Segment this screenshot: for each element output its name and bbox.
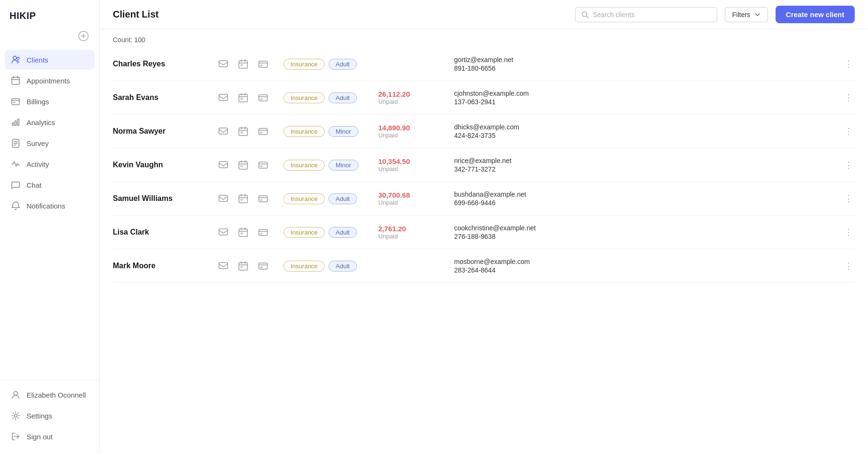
create-client-button[interactable]: Create new client <box>776 6 855 23</box>
calendar-button[interactable] <box>237 58 249 70</box>
calendar-button[interactable] <box>237 260 249 272</box>
table-row: Sarah Evans <box>113 81 855 115</box>
client-contact: gortiz@example.net 891-180-6656 <box>454 56 841 72</box>
sidebar-bottom: Elizabeth Oconnell Settings Sign out <box>0 380 99 454</box>
message-button[interactable] <box>217 226 229 238</box>
calendar-button[interactable] <box>237 226 249 238</box>
client-contact: cjohnston@example.com 137-063-2941 <box>454 90 841 106</box>
svg-rect-77 <box>260 233 262 234</box>
message-button[interactable] <box>217 58 229 70</box>
table-row: Kevin Vaughn <box>113 148 855 182</box>
search-input[interactable] <box>593 11 711 18</box>
client-name: Kevin Vaughn <box>113 161 217 169</box>
client-tags: InsuranceAdult <box>283 261 378 272</box>
billing-button[interactable] <box>257 125 269 137</box>
calendar-button[interactable] <box>237 125 249 137</box>
billing-button[interactable] <box>257 58 269 70</box>
svg-rect-42 <box>219 128 228 134</box>
client-action-icons <box>217 159 283 171</box>
message-button[interactable] <box>217 192 229 205</box>
client-menu: ⋮ <box>841 226 855 238</box>
sidebar-item-activity[interactable]: Activity <box>5 154 94 174</box>
calendar-button[interactable] <box>237 192 249 205</box>
svg-rect-84 <box>259 263 267 269</box>
client-action-icons <box>217 91 283 104</box>
page-title: Client List <box>113 9 159 20</box>
client-contact: mosborne@example.com 283-264-8644 <box>454 258 841 274</box>
svg-rect-75 <box>259 229 267 236</box>
svg-rect-51 <box>219 162 228 168</box>
amount-value: 10,354.50 <box>378 157 454 165</box>
contact-phone: 424-824-3735 <box>454 132 841 139</box>
more-options-button[interactable]: ⋮ <box>842 125 855 137</box>
message-button[interactable] <box>217 260 229 272</box>
sidebar-item-signout[interactable]: Sign out <box>5 427 94 446</box>
billing-button[interactable] <box>257 226 269 238</box>
svg-rect-65 <box>241 199 243 200</box>
calendar-button[interactable] <box>237 91 249 104</box>
sidebar-item-clients[interactable]: Clients <box>5 50 94 70</box>
more-options-button[interactable]: ⋮ <box>842 159 855 171</box>
sidebar-item-notifications[interactable]: Notifications <box>5 196 94 216</box>
tag-minor: Minor <box>329 126 358 137</box>
sidebar-item-user[interactable]: Elizabeth Oconnell <box>5 385 94 405</box>
svg-rect-59 <box>260 166 262 167</box>
more-options-button[interactable]: ⋮ <box>842 91 855 104</box>
client-contact: cookchristine@example.net 276-188-9638 <box>454 224 841 240</box>
client-action-icons <box>217 260 283 272</box>
billing-button[interactable] <box>257 192 269 205</box>
client-name: Lisa Clark <box>113 228 217 236</box>
sidebar-item-billings[interactable]: Billings <box>5 91 94 111</box>
sidebar-item-label: Analytics <box>27 118 55 127</box>
more-options-button[interactable]: ⋮ <box>842 192 855 205</box>
more-options-button[interactable]: ⋮ <box>842 58 855 70</box>
tag-insurance: Insurance <box>283 160 325 171</box>
svg-rect-83 <box>241 266 243 268</box>
billing-button[interactable] <box>257 159 269 171</box>
settings-icon <box>10 410 21 421</box>
client-count: Count: 100 <box>113 29 855 47</box>
sidebar-item-chat[interactable]: Chat <box>5 175 94 195</box>
sidebar-item-label: Activity <box>27 160 49 168</box>
contact-email: bushdana@example.net <box>454 191 841 198</box>
svg-rect-13 <box>15 121 17 126</box>
table-row: Norma Sawyer <box>113 115 855 148</box>
svg-rect-5 <box>12 77 19 84</box>
contact-phone: 699-668-9446 <box>454 199 841 207</box>
svg-point-19 <box>14 391 18 395</box>
svg-rect-61 <box>239 195 247 203</box>
tag-insurance: Insurance <box>283 227 325 238</box>
sidebar-item-appointments[interactable]: Appointments <box>5 71 94 91</box>
sidebar-user-label: Elizabeth Oconnell <box>27 391 86 399</box>
sidebar-item-label: Notifications <box>27 202 65 210</box>
app-logo: HIKIP <box>0 0 99 30</box>
svg-rect-25 <box>239 61 247 68</box>
message-button[interactable] <box>217 91 229 104</box>
message-button[interactable] <box>217 159 229 171</box>
sidebar-item-settings[interactable]: Settings <box>5 406 94 426</box>
more-options-button[interactable]: ⋮ <box>842 226 855 238</box>
add-button[interactable] <box>77 30 90 42</box>
amount-value: 2,761.20 <box>378 225 454 233</box>
billing-button[interactable] <box>257 260 269 272</box>
tag-insurance: Insurance <box>283 92 325 103</box>
more-options-button[interactable]: ⋮ <box>842 260 855 272</box>
client-amount: 14,890.90 Unpaid <box>378 124 454 139</box>
message-button[interactable] <box>217 125 229 137</box>
tag-adult: Adult <box>329 261 357 272</box>
client-list: Charles Reyes <box>113 47 855 283</box>
search-box[interactable] <box>575 7 717 22</box>
svg-rect-33 <box>219 94 228 100</box>
tag-adult: Adult <box>329 227 357 238</box>
billing-button[interactable] <box>257 91 269 104</box>
svg-rect-24 <box>219 61 228 67</box>
sidebar-item-analytics[interactable]: Analytics <box>5 112 94 132</box>
svg-rect-41 <box>260 99 262 100</box>
sidebar-item-survey[interactable]: Survey <box>5 133 94 153</box>
tag-insurance: Insurance <box>283 261 325 272</box>
calendar-button[interactable] <box>237 159 249 171</box>
client-tags: InsuranceAdult <box>283 227 378 238</box>
notifications-icon <box>10 200 21 211</box>
filters-label: Filters <box>732 11 750 18</box>
filters-button[interactable]: Filters <box>725 7 767 22</box>
